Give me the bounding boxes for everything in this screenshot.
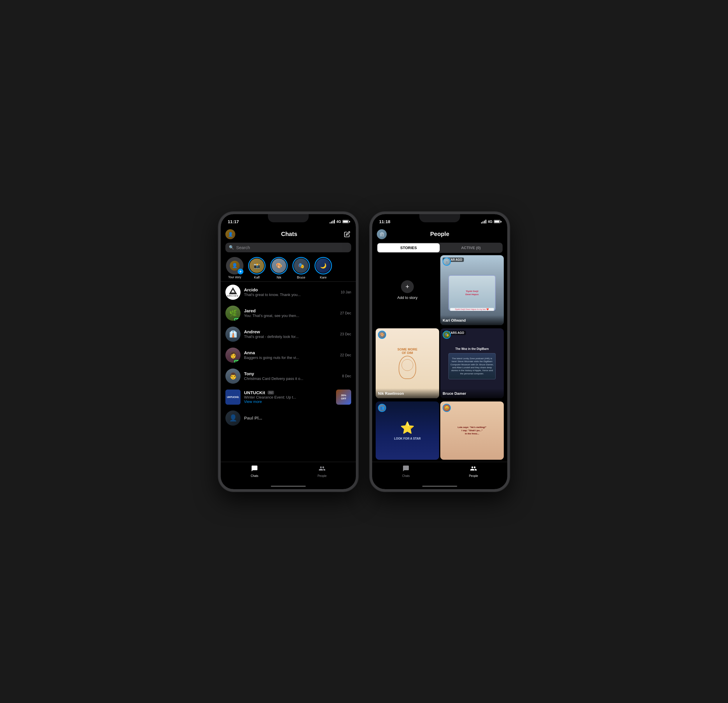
story-name-nik: Nik [277, 276, 281, 279]
story-overlay-nik: Nik Rawlinson [376, 388, 439, 398]
chats-header: 👤 Chats [221, 227, 356, 242]
chat-avatar-untuckit: UNTUCKit. [225, 389, 241, 405]
nav-people-1[interactable]: People [288, 462, 356, 479]
stories-grid: + Add to story 'Dydd GwŷlDewi Hapus Dydd… [372, 255, 507, 462]
chat-avatar-anna: 👩 20 m [225, 347, 241, 363]
story-bruce[interactable]: 🎭 Bruce [292, 257, 311, 279]
people-header: 🏛️ People [372, 227, 507, 242]
chat-name-untuckit: UNTUCKit [244, 390, 265, 395]
chat-preview-tony: Christmas Card Delivery pass it o... [244, 376, 339, 381]
chat-untuckit-ad[interactable]: UNTUCKit. UNTUCKit Ad Winter Clearance E… [221, 386, 356, 408]
battery-icon-1 [342, 220, 349, 223]
your-story-button[interactable]: 👤 + [226, 257, 243, 275]
story-kaff[interactable]: 📸 Kaff [247, 257, 266, 279]
chat-avatar-paul: 👤 [225, 411, 241, 426]
chat-name-paul: Paul Pl... [244, 415, 262, 420]
search-icon: 🔍 [229, 245, 234, 250]
status-bar-1: 11:17 4G [221, 214, 356, 227]
active-badge-anna: 20 m [234, 360, 241, 363]
story-avatar-comic: 😄 [443, 404, 451, 412]
chat-preview-untuckit: Winter Clearance Event: Up t... [244, 395, 332, 399]
battery-icon-2 [494, 220, 500, 223]
view-more-link[interactable]: View more [244, 399, 332, 404]
nav-people-label-1: People [318, 474, 326, 477]
story-ring-bruce: 🎭 [292, 257, 310, 275]
chat-preview-arcido: That's great to know. Thank you... [244, 292, 337, 297]
edit-icon[interactable] [343, 230, 351, 238]
nav-chats-1[interactable]: Chats [221, 462, 288, 479]
user-avatar-2[interactable]: 🏛️ [377, 229, 387, 239]
story-nik[interactable]: 🎨 Nik [270, 257, 288, 279]
story-name-bruce: Bruce [297, 276, 305, 279]
story-avatar-nik: 🎨 [378, 331, 386, 339]
chat-andrew[interactable]: 👔 Andrew That's great - definitely look … [221, 324, 356, 345]
story-card-nik[interactable]: SOME MOREOF DIM 🎨 Nik Rawlinson [376, 328, 439, 398]
story-card-star[interactable]: ⭐ LOOK FOR A STAR 👥 [376, 401, 439, 460]
chat-anna[interactable]: 👩 20 m Anna Baggers is going nuts for th… [221, 345, 356, 366]
tab-stories[interactable]: STORIES [377, 243, 440, 252]
tab-active-label: ACTIVE (0) [461, 246, 481, 250]
chat-time-anna: 22 Dec [340, 353, 351, 357]
chat-info-paul: Paul Pl... [244, 415, 351, 421]
chats-title: Chats [281, 231, 297, 237]
story-card-bruce[interactable]: The Woz in the DigiBarn The latest Levit… [440, 328, 504, 398]
story-card-comic[interactable]: Lola says: "He's melting!"I say: "Shall … [440, 401, 504, 460]
signal-icon-1 [329, 220, 335, 223]
story-card-kari[interactable]: 'Dydd GwŷlDewi Hapus Dydd Gwŷl Dewi Hapu… [440, 255, 504, 325]
chat-arcido[interactable]: ARCIDO Arcido That's great to know. Than… [221, 282, 356, 303]
network-type-2: 4G [488, 220, 493, 224]
story-ring-kaff: 📸 [248, 257, 266, 275]
story-ring-nik: 🎨 [270, 257, 288, 275]
sketch-content: SOME MOREOF DIM [376, 328, 439, 398]
arcido-logo-text: ARCIDO [227, 295, 239, 297]
stories-row: 👤 + Your story 📸 Kaff 🎨 [221, 255, 356, 281]
chat-preview-andrew: That's great - definitely look for... [244, 334, 337, 339]
chat-preview-jared: You: That's great, see you then... [244, 314, 337, 318]
ad-badge: Ad [267, 391, 274, 395]
active-badge-jared: 41 m [234, 318, 241, 321]
add-story-plus-icon-2: + [401, 280, 414, 293]
people-nav-icon-1 [319, 465, 326, 474]
home-indicator-1 [271, 486, 306, 487]
status-time-1: 11:17 [228, 219, 239, 224]
phone-2: 11:18 4G 🏛️ [370, 212, 510, 492]
chat-info-untuckit: UNTUCKit Ad Winter Clearance Event: Up t… [244, 390, 332, 404]
your-story-label: Your story [228, 276, 241, 279]
story-avatar-bruce: 🎭 [443, 331, 451, 339]
nav-people-2[interactable]: People [440, 462, 507, 479]
nav-chats-label-2: Chats [402, 474, 410, 477]
phone-1: 11:17 4G 👤 [218, 212, 358, 492]
bottom-nav-2: Chats People [372, 462, 507, 485]
story-karen[interactable]: 🌙 Kare [314, 257, 332, 279]
status-icons-2: 4G [481, 220, 500, 224]
your-story[interactable]: 👤 + Your story [225, 257, 244, 279]
bottom-nav-1: Chats People [221, 462, 356, 485]
chat-avatar-arcido: ARCIDO [225, 285, 241, 300]
tab-stories-label: STORIES [400, 246, 417, 250]
chat-name-andrew: Andrew [244, 329, 260, 334]
chat-info-andrew: Andrew That's great - definitely look fo… [244, 329, 337, 339]
chat-name-jared: Jared [244, 308, 256, 313]
chat-tony[interactable]: 👨 Tony Christmas Card Delivery pass it o… [221, 366, 356, 386]
chat-jared[interactable]: 🌿 41 m Jared You: That's great, see you … [221, 303, 356, 324]
chat-name-arcido: Arcido [244, 287, 258, 292]
chat-name-tony: Tony [244, 371, 254, 376]
nav-chats-2[interactable]: Chats [372, 462, 440, 479]
story-name-kari: Kari Ollwand [443, 318, 466, 323]
status-time-2: 11:18 [379, 219, 390, 224]
phone-1-screen: 11:17 4G 👤 [221, 214, 356, 489]
story-avatar-kari: 🏛️ [443, 257, 451, 266]
story-overlay-kari: Kari Ollwand [440, 315, 504, 325]
woz-content: The Woz in the DigiBarn The latest Levit… [440, 328, 504, 398]
tab-active[interactable]: ACTIVE (0) [440, 243, 502, 252]
add-story-label: Add to story [397, 295, 417, 300]
chat-paul[interactable]: 👤 Paul Pl... [221, 408, 356, 428]
chat-avatar-andrew: 👔 [225, 327, 241, 342]
search-bar[interactable]: 🔍 Search [225, 243, 351, 252]
nav-chats-label-1: Chats [251, 474, 258, 477]
story-name-karen: Kare [320, 276, 326, 279]
user-avatar-1[interactable]: 👤 [225, 229, 235, 239]
chat-list: ARCIDO Arcido That's great to know. Than… [221, 282, 356, 462]
chats-nav-icon-2 [402, 465, 409, 474]
add-story-card[interactable]: + Add to story [376, 255, 439, 325]
